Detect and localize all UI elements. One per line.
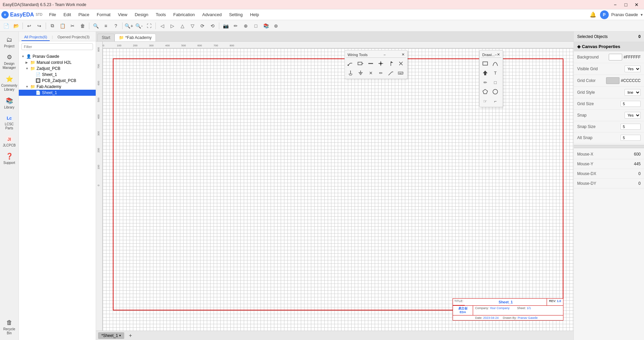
sidebar-item-design-manager[interactable]: ⚙ DesignManager [1, 51, 18, 72]
dt-square[interactable]: □ [491, 78, 500, 87]
tb-extra2[interactable]: ▷ [168, 22, 177, 30]
wt-bus[interactable] [366, 59, 375, 68]
tree-node-zadjust[interactable]: ▼ 📁 Zadjust_PCB [19, 66, 96, 72]
tb-extra4[interactable]: ▽ [188, 22, 197, 30]
wt-netport[interactable] [356, 59, 365, 68]
pcb-button[interactable]: □ [251, 22, 261, 30]
copy-button[interactable]: ⧉ [48, 22, 57, 30]
photo-button[interactable]: 📷 [221, 22, 230, 30]
grid-color-swatch[interactable] [606, 77, 619, 84]
paste-button[interactable]: 📋 [58, 22, 67, 30]
wt-cross[interactable]: ✕ [366, 69, 375, 77]
menu-help[interactable]: Help [247, 11, 263, 18]
sidebar-item-commonly-library[interactable]: ⭐ CommonlyLibrary [1, 73, 18, 94]
dt-bezier[interactable] [491, 59, 500, 68]
menu-tools[interactable]: Tools [152, 11, 169, 18]
menu-design[interactable]: Design [131, 11, 151, 18]
annotate-button[interactable]: ✏ [231, 22, 240, 30]
new-button[interactable]: 📄 [1, 22, 11, 30]
lib-button[interactable]: 📚 [261, 22, 271, 30]
tree-node-zadjust-sheet1[interactable]: 📄 Sheet_1 [19, 72, 96, 78]
add-sheet-button[interactable]: + [126, 331, 135, 340]
menu-setting[interactable]: Setting [226, 11, 246, 18]
ref-button[interactable]: ≡ [101, 22, 110, 30]
menu-file[interactable]: File [46, 11, 59, 18]
dt-rect[interactable] [481, 59, 490, 68]
cut-button[interactable]: ✂ [68, 22, 77, 30]
wiring-tools-header[interactable]: Wiring Tools − ✕ [346, 52, 406, 58]
maximize-button[interactable]: □ [621, 1, 631, 8]
open-button[interactable]: 📂 [11, 22, 21, 30]
minimize-button[interactable]: − [610, 1, 620, 8]
dt-circle[interactable] [491, 87, 500, 96]
undo-button[interactable]: ↩ [25, 22, 34, 30]
wt-nolabel[interactable] [397, 59, 405, 68]
sheet-tab-arrow[interactable]: ▾ [119, 334, 121, 337]
close-button[interactable]: ✕ [632, 1, 641, 8]
dt-arrow[interactable] [481, 69, 490, 77]
tb-extra3[interactable]: △ [178, 22, 187, 30]
zoom-in-button[interactable]: 🔍+ [124, 22, 134, 30]
tree-node-fab-academy[interactable]: ▼ 📁 Fab Academy [19, 84, 96, 90]
draw-tools-header[interactable]: Drawi... − ✕ [481, 52, 501, 58]
snap-select[interactable]: Yes No [625, 112, 641, 119]
help-btn2[interactable]: ? [111, 22, 121, 30]
search-button[interactable]: 🔍 [91, 22, 100, 30]
menu-place[interactable]: Place [75, 11, 93, 18]
tree-node-manual[interactable]: ▶ 📁 Manual control H2L [19, 59, 96, 66]
dt-poly[interactable] [481, 87, 490, 96]
tree-node-pcb-zadjust[interactable]: 🔲 PCB_Zadjust_PCB [19, 78, 96, 84]
redo-button[interactable]: ↪ [35, 22, 44, 30]
zoom-out-button[interactable]: 🔍- [134, 22, 144, 30]
sidebar-item-support[interactable]: ❓ Support [1, 151, 18, 167]
tab-start[interactable]: Start [97, 34, 114, 41]
sidebar-item-lcsc[interactable]: Lc LCSCParts [1, 113, 18, 132]
filter-input[interactable] [21, 43, 93, 50]
menu-view[interactable]: View [114, 11, 131, 18]
sidebar-item-project[interactable]: 🗂 Project [1, 34, 18, 50]
wiring-tools-close[interactable]: ✕ [402, 52, 405, 57]
wt-busentry[interactable] [386, 69, 395, 77]
dt-corner[interactable]: ⌐ [491, 97, 500, 105]
wt-power[interactable] [346, 69, 355, 77]
alt-snap-input[interactable] [620, 135, 641, 141]
tab-opened-projects[interactable]: Opened Projects(3) [55, 34, 92, 41]
wt-pencil[interactable]: ✏ [376, 69, 385, 77]
wt-junction[interactable] [376, 59, 385, 68]
menu-fabrication[interactable]: Fabrication [170, 11, 198, 18]
tb-extra5[interactable]: ⟳ [198, 22, 207, 30]
wt-netlabel[interactable]: NET [397, 69, 405, 77]
tab-all-projects[interactable]: All Projects(6) [21, 34, 50, 41]
grid-style-select[interactable]: line dot [625, 89, 641, 96]
dt-text[interactable]: T [491, 69, 500, 77]
tb-extra6[interactable]: ⟲ [208, 22, 217, 30]
visible-grid-select[interactable]: Yes No [625, 66, 641, 72]
draw-tools-close[interactable]: ✕ [497, 52, 500, 57]
sidebar-item-recycle[interactable]: 🗑 RecycleBin [1, 317, 18, 337]
user-dropdown-icon[interactable]: ▾ [641, 12, 643, 17]
menu-format[interactable]: Format [93, 11, 114, 18]
canvas-wrapper[interactable]: 0 100 200 300 400 500 600 700 800 800 70… [96, 42, 573, 331]
rp-value-background[interactable]: #FFFFFF [609, 54, 641, 60]
zoom-fit-button[interactable]: ⛶ [144, 22, 154, 30]
grid-size-input[interactable] [620, 101, 641, 107]
tab-fab-academy[interactable]: 📁*Fab Academy [114, 34, 156, 41]
sidebar-item-library[interactable]: 📚 Library [1, 95, 18, 111]
delete-button[interactable]: 🗑 [78, 22, 87, 30]
wiring-tools-minimize[interactable]: − [383, 53, 385, 57]
layer-button[interactable]: ⊛ [271, 22, 281, 30]
sheet-tab-sheet1[interactable]: *Sheet_1 ▾ [98, 332, 124, 339]
user-name[interactable]: Pranav Gawde [611, 12, 638, 17]
snap-size-input[interactable] [620, 124, 641, 130]
sidebar-item-jlcpcb[interactable]: Jl JLCPCB [1, 134, 18, 149]
wt-wire[interactable] [346, 59, 355, 68]
symbol-button[interactable]: ⊕ [241, 22, 250, 30]
wt-netflag[interactable] [386, 59, 395, 68]
notification-button[interactable]: 🔔 [589, 10, 597, 19]
dt-cursor[interactable]: ☞ [481, 97, 490, 105]
rp-value-grid-color[interactable]: #CCCCCC [606, 77, 641, 84]
tree-node-user[interactable]: ▼ 👤 Pranav Gawde [19, 53, 96, 59]
tb-extra1[interactable]: ◁ [157, 22, 167, 30]
wt-gnd[interactable] [356, 69, 365, 77]
menu-advanced[interactable]: Advanced [199, 11, 225, 18]
